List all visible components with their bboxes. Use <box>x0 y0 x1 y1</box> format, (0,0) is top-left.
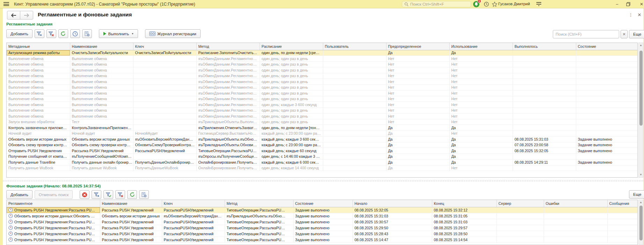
scroll-up-icon[interactable]: ▲ <box>639 43 643 47</box>
cell[interactable]: Выполнение обмена <box>7 79 70 85</box>
cell[interactable] <box>133 67 196 73</box>
background-more-button[interactable]: Еще▼ <box>629 190 644 199</box>
column-header[interactable]: Состояние <box>293 200 353 207</box>
cell[interactable]: ТиповыеОперации.РассылкаPU… <box>225 207 293 213</box>
cell[interactable] <box>576 119 637 125</box>
cell[interactable]: КонтрольЗахваченныхПриложен… <box>70 125 133 131</box>
cell[interactable]: яъОбменДанными.Регламентно… <box>196 96 260 102</box>
cell[interactable]: каждый день; с 23:00:00 один ра… <box>260 131 323 136</box>
cell[interactable] <box>497 237 544 243</box>
cell[interactable]: один день; один раз в день <box>260 90 323 96</box>
cell[interactable] <box>513 50 576 56</box>
cell[interactable]: 08.08.2025 15:28:50 <box>432 231 497 237</box>
cell[interactable]: один день; один раз в день <box>260 67 323 73</box>
column-header[interactable]: Метод <box>225 200 293 207</box>
cell[interactable]: ТиповыеОперации.РассылкаPU… <box>196 148 260 154</box>
cancel-job-button[interactable] <box>80 190 89 199</box>
table-row[interactable]: Отправить PUSH Уведомления:Рассылка PU…Р… <box>7 237 637 243</box>
cell[interactable]: 08.08.2025 14:29:11 <box>513 159 576 165</box>
cell[interactable]: Получить данные онлайн бронир… <box>70 159 133 165</box>
table-row[interactable]: Отправить PUSH Уведомления:Рассылка PU…Р… <box>7 219 637 225</box>
cell[interactable]: 08.08.2025 15:29:50 <box>353 225 432 231</box>
scheduled-table-scrollbar[interactable]: ▲ ▼ <box>638 43 643 178</box>
cell[interactable] <box>323 131 386 136</box>
cell[interactable] <box>323 148 386 154</box>
cell[interactable] <box>513 125 576 131</box>
cell[interactable]: яъОбменДанными.Регламентно… <box>196 73 260 79</box>
cell[interactable]: Нет <box>386 79 449 85</box>
cell[interactable] <box>323 136 386 142</box>
cell[interactable] <box>323 67 386 73</box>
cell[interactable]: Отправить PUSH Уведомления <box>7 148 70 154</box>
cell[interactable]: каждый день; с 23:00:00 один ра… <box>260 142 323 148</box>
cell[interactable]: Ночной аудит <box>70 131 133 136</box>
cell[interactable]: Да <box>449 136 513 142</box>
cell[interactable] <box>544 219 607 225</box>
cell[interactable]: Обновить версии истории данных <box>7 136 70 142</box>
cell[interactable] <box>323 159 386 165</box>
table-row[interactable]: Выполнение обменаВыполнение обменаяъОбме… <box>7 67 637 73</box>
table-row[interactable]: Отправить PUSH Уведомления:Рассылка PU…Р… <box>7 225 637 231</box>
cell[interactable]: яъОпросы.яъПолучениеСообще… <box>196 154 260 159</box>
cell[interactable] <box>133 90 196 96</box>
column-header[interactable]: Наименование <box>100 200 162 207</box>
cell[interactable]: Задание выполнено <box>576 136 637 142</box>
cell[interactable]: Ночной аудит <box>7 131 70 136</box>
cell[interactable] <box>497 225 544 231</box>
cell[interactable]: ПолучитьДанныеWuBook <box>133 165 196 171</box>
cell[interactable]: Выполнение обмена <box>7 73 70 79</box>
cell[interactable] <box>513 84 576 90</box>
cell[interactable]: Отправить PUSH Уведомления:Рассылка PU… <box>7 231 100 237</box>
cell[interactable] <box>323 73 386 79</box>
cell[interactable]: Отправить PUSH Уведомления:Рассылка PU… <box>7 219 100 225</box>
cell[interactable] <box>323 142 386 148</box>
cell[interactable]: 08.08.2025 15:31:05 <box>432 213 497 219</box>
table-row[interactable]: Выполнение обменаВыполнение обменаяъОбме… <box>7 61 637 67</box>
cell[interactable]: один день; один раз в день <box>260 56 323 62</box>
cell[interactable]: Отправить PUSH Уведомления:Рассылка PU… <box>7 225 100 231</box>
cell[interactable] <box>513 90 576 96</box>
form-menu-kebab-icon[interactable]: ⋮ <box>628 12 633 18</box>
cell[interactable]: один день; один раз в день <box>260 96 323 102</box>
notifications-icon[interactable]: 1 <box>473 1 480 8</box>
cell[interactable]: ОчиститьЗаписиПоАктуальности <box>70 50 133 56</box>
cell[interactable] <box>576 125 637 131</box>
cell[interactable]: Расписание.ЗаполнитьОчистить… <box>196 50 260 56</box>
cancel-search-button[interactable]: Отменить поиск <box>35 190 73 199</box>
cell[interactable]: 08.08.2025 15:32:05 <box>513 148 576 154</box>
table-row[interactable]: Запуск внешних обработокТестяъПрикладные… <box>7 119 637 125</box>
cell[interactable]: один день, по дням недели [сре… <box>260 50 323 56</box>
add-button[interactable]: Добавить <box>6 190 32 199</box>
global-search-input[interactable]: Поиск Ctrl+Shift+F <box>402 1 471 7</box>
cell[interactable] <box>133 61 196 67</box>
cell[interactable]: Нет <box>449 107 513 113</box>
cell[interactable] <box>607 219 637 225</box>
cell[interactable]: каждый день; каждые 60 секунд <box>260 148 323 154</box>
cell[interactable]: Рассылка PUSH Уведомлений <box>100 231 162 237</box>
cell[interactable]: один день; один раз в день <box>260 84 323 90</box>
cell[interactable]: Да <box>449 154 513 159</box>
column-header[interactable]: Выполнялось <box>513 43 576 50</box>
table-row[interactable]: Получить данные WuBookПолучить данные Wu… <box>7 165 637 171</box>
add-button[interactable]: Добавить <box>6 29 32 38</box>
cell[interactable]: Нет <box>386 73 449 79</box>
refresh-button[interactable] <box>127 190 137 199</box>
cell[interactable]: яъПрикладныеОбъекты.яъОбно… <box>225 213 293 219</box>
cell[interactable]: Нет <box>449 67 513 73</box>
cell[interactable]: Да <box>386 136 449 142</box>
cell[interactable] <box>576 96 637 102</box>
cell[interactable]: Выполнение обмена <box>70 102 133 108</box>
column-header[interactable]: Состояние <box>576 43 637 50</box>
clear-filter-button[interactable] <box>46 29 56 38</box>
cell[interactable]: Нет <box>386 102 449 108</box>
cell[interactable]: яъОбменДанными.Регламентно… <box>196 61 260 67</box>
cell[interactable] <box>497 219 544 225</box>
cell[interactable]: Нет <box>386 90 449 96</box>
cell[interactable]: Выполнение обмена <box>70 84 133 90</box>
cell[interactable] <box>513 79 576 85</box>
column-header[interactable]: Сообщения <box>607 200 637 207</box>
table-row[interactable]: Обновить версии истории данныхОбновить в… <box>7 136 637 142</box>
cell[interactable]: один день; один раз в день <box>260 79 323 85</box>
cell[interactable]: яъОбменДанными.Регламентно… <box>196 79 260 85</box>
cell[interactable] <box>576 67 637 73</box>
